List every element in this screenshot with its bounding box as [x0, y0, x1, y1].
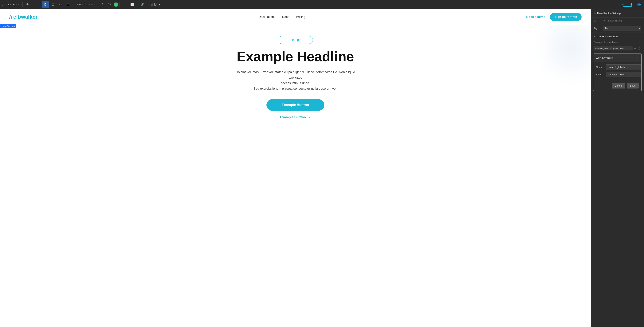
- nav-link-docs[interactable]: Docs: [282, 15, 289, 19]
- save-button[interactable]: Save: [627, 83, 639, 88]
- hero-cta-secondary-link[interactable]: Example Buttton →: [280, 115, 310, 119]
- existing-attr-value: data-elbglobals = " pagetype:h...: [594, 46, 632, 50]
- publish-chevron: ▾: [159, 3, 160, 6]
- pen-tool-button[interactable]: ✏: [620, 1, 626, 8]
- settings-button[interactable]: ⚙: [628, 1, 635, 8]
- dots-icon: ⋮: [34, 3, 37, 6]
- triangle-icon: ▼: [594, 36, 596, 38]
- more-options-button[interactable]: ⋮: [32, 1, 39, 8]
- name-label: Name: [596, 66, 604, 68]
- value-field: Value: [596, 72, 639, 77]
- users-icon: 👥: [637, 3, 641, 6]
- divider-1: [22, 2, 23, 7]
- share-button[interactable]: ⬜: [129, 1, 136, 8]
- nav-actions: Book a demo Sign up for free: [526, 13, 582, 21]
- id-label: ID: [594, 20, 601, 22]
- hero-headline: Example Headline: [237, 49, 354, 64]
- add-attribute-card: Add Attribute ✕ Name Value Cancel Save: [593, 54, 642, 91]
- custom-attrs-row: Custom <div> attributes +: [591, 40, 644, 45]
- tag-field: Tag Div: [591, 24, 644, 33]
- redo-button[interactable]: ↻: [106, 1, 113, 8]
- canvas-area[interactable]: // elbwalker Destinations Docs Pricing B…: [0, 9, 591, 327]
- add-attr-close-button[interactable]: ✕: [636, 56, 639, 60]
- tablet-device-button[interactable]: ⊡: [50, 1, 56, 8]
- mobile-icon: 📱: [66, 3, 70, 6]
- hero-section: Example Example Headline Illo sint volup…: [0, 25, 591, 127]
- mobile-device-button[interactable]: 📱: [65, 1, 72, 8]
- divider-5: [120, 2, 120, 7]
- nav-link-pricing[interactable]: Pricing: [296, 15, 305, 19]
- add-attr-inline-button[interactable]: +: [639, 40, 641, 44]
- panel-header: ⊡ Hero Section Settings: [591, 9, 644, 18]
- rocket-icon: 🚀: [140, 3, 144, 6]
- tablet-landscape-icon: ▭: [59, 3, 62, 6]
- edit-attr-button[interactable]: ✏: [634, 47, 636, 50]
- gear-icon: ⚙: [630, 3, 633, 6]
- divider-3: [73, 2, 73, 7]
- website-preview: // elbwalker Destinations Docs Pricing B…: [0, 9, 591, 327]
- pen-icon: ✏: [622, 3, 624, 6]
- value-input[interactable]: [606, 72, 642, 77]
- tag-select[interactable]: Div: [603, 26, 641, 31]
- eye-icon: 👁: [26, 3, 29, 6]
- logo-icon: //: [9, 14, 12, 20]
- site-logo: // elbwalker: [9, 14, 38, 20]
- hero-body: Illo sint voluptas. Error voluptates cul…: [234, 70, 356, 92]
- undo-button[interactable]: ↺: [98, 1, 106, 8]
- nav-book-demo[interactable]: Book a demo: [526, 15, 545, 19]
- panel-title: Hero Section Settings: [597, 12, 621, 15]
- hero-section-label: Hero Section: [0, 24, 16, 28]
- code-button[interactable]: <>: [121, 1, 128, 8]
- redo-icon: ↻: [108, 3, 111, 6]
- page-icon: ⬡: [2, 3, 4, 6]
- existing-attr-row: data-elbglobals = " pagetype:h... ✏ 🗑: [591, 45, 644, 52]
- site-nav: // elbwalker Destinations Docs Pricing B…: [0, 9, 591, 25]
- toolbar: ⬡ Page: Home 👁 ⋮ 🖥 ⊡ ▭ 📱 992 PX 92.6 % ↺…: [0, 0, 644, 9]
- name-field: Name: [596, 64, 639, 70]
- desktop-icon: 🖥: [44, 3, 47, 6]
- divider-4: [97, 2, 97, 7]
- undo-icon: ↺: [101, 3, 103, 6]
- page-info: ⬡ Page: Home: [2, 3, 21, 6]
- code-icon: <>: [123, 3, 126, 6]
- divider-6: [137, 2, 138, 7]
- custom-attrs-section-header: ▼ Custom Attributes: [591, 33, 644, 40]
- add-attr-body: Name Value: [594, 62, 641, 82]
- desktop-device-button[interactable]: 🖥: [42, 1, 49, 8]
- share-icon: ⬜: [130, 3, 134, 6]
- hero-badge: Example: [278, 36, 313, 44]
- main-layout: // elbwalker Destinations Docs Pricing B…: [0, 9, 644, 327]
- logo-text: elbwalker: [13, 14, 38, 20]
- tablet-icon: ⊡: [52, 3, 54, 6]
- preview-button[interactable]: 👁: [24, 1, 31, 8]
- value-label: Value: [596, 73, 604, 76]
- nav-link-destinations[interactable]: Destinations: [259, 15, 275, 19]
- custom-attrs-title: Custom Attributes: [597, 35, 618, 38]
- id-input[interactable]: [603, 20, 641, 22]
- publish-label: Publish: [149, 3, 158, 6]
- nav-signup-button[interactable]: Sign up for free: [550, 13, 582, 21]
- tablet-landscape-button[interactable]: ▭: [57, 1, 64, 8]
- settings-panel-icon: ⊡: [594, 12, 596, 15]
- publish-button[interactable]: Publish ▾: [146, 2, 162, 7]
- status-check: ✓: [114, 2, 118, 7]
- users-button[interactable]: 👥: [636, 1, 642, 8]
- id-field: ID: [591, 18, 644, 24]
- cancel-button[interactable]: Cancel: [612, 83, 625, 88]
- dimension-info: 992 PX 92.6 %: [75, 3, 95, 6]
- delete-attr-button[interactable]: 🗑: [638, 47, 641, 50]
- add-attr-title: Add Attribute: [596, 56, 613, 60]
- add-attr-footer: Cancel Save: [594, 82, 641, 91]
- hero-cta-primary-button[interactable]: Example Buttton: [266, 99, 324, 111]
- page-label: Page: Home: [4, 3, 21, 6]
- cta-arrow-icon: →: [307, 115, 310, 119]
- rocket-button[interactable]: 🚀: [139, 1, 146, 8]
- tag-label: Tag: [594, 27, 601, 30]
- add-attr-header: Add Attribute ✕: [594, 54, 641, 62]
- right-panel: ⊡ Hero Section Settings ID Tag Div ▼ Cus…: [591, 9, 644, 327]
- nav-links: Destinations Docs Pricing: [259, 15, 305, 19]
- hero-section-outline: [0, 24, 591, 24]
- custom-div-label: Custom <div> attributes: [594, 41, 618, 44]
- name-input[interactable]: [606, 64, 642, 70]
